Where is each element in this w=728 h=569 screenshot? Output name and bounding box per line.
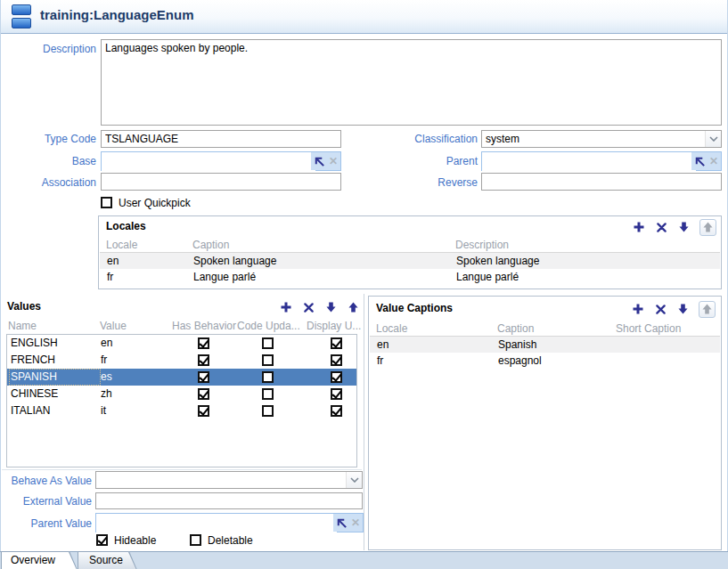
- hideable-label: Hideable: [114, 534, 156, 547]
- column-header: Caption: [497, 322, 534, 335]
- chevron-down-icon[interactable]: [705, 131, 721, 147]
- table-row[interactable]: enSpanish: [370, 337, 720, 353]
- clear-icon[interactable]: ✕: [351, 517, 360, 528]
- table-cell: espagnol: [498, 353, 542, 369]
- classification-select[interactable]: system: [481, 130, 722, 148]
- association-label: Association: [0, 176, 96, 189]
- code-updatable-checkbox[interactable]: [262, 354, 274, 366]
- table-cell: Spoken language: [193, 253, 276, 269]
- association-input[interactable]: [101, 173, 341, 191]
- value-captions-title: Value Captions: [376, 302, 453, 314]
- base-picker[interactable]: ✕: [101, 151, 341, 171]
- value-captions-group: Value Captions Locale Caption Short Capt…: [368, 296, 722, 550]
- column-header: Value: [100, 320, 127, 332]
- remove-button[interactable]: [655, 221, 667, 233]
- move-down-button[interactable]: [677, 221, 690, 233]
- move-up-button[interactable]: [699, 301, 716, 318]
- display-updatable-checkbox[interactable]: [331, 354, 342, 366]
- base-input[interactable]: [102, 152, 315, 172]
- pick-cursor-icon[interactable]: [314, 155, 326, 167]
- tab-overview[interactable]: Overview: [1, 551, 78, 569]
- column-header: Caption: [192, 239, 229, 251]
- enum-editor-window: training:LanguageEnum Description Langua…: [0, 0, 728, 569]
- display-updatable-checkbox[interactable]: [331, 388, 342, 400]
- table-cell: fr: [377, 353, 383, 369]
- chevron-down-icon[interactable]: [346, 472, 362, 488]
- locales-title: Locales: [106, 220, 146, 232]
- parent-input[interactable]: [482, 152, 696, 172]
- code-updatable-checkbox[interactable]: [262, 371, 274, 383]
- pick-cursor-icon[interactable]: [336, 516, 348, 529]
- hideable-checkbox[interactable]: [96, 534, 108, 546]
- description-field[interactable]: Languages spoken by people.: [101, 39, 722, 126]
- locales-rows: enSpoken languageSpoken languagefrLangue…: [100, 253, 720, 285]
- value-code-cell: zh: [101, 386, 112, 402]
- has-behavior-checkbox[interactable]: [198, 337, 209, 349]
- value-name-cell: CHINESE: [9, 386, 101, 402]
- editor-header: training:LanguageEnum: [1, 0, 727, 34]
- move-up-button[interactable]: [699, 219, 716, 236]
- code-updatable-checkbox[interactable]: [262, 337, 274, 349]
- table-row[interactable]: enSpoken languageSpoken language: [100, 253, 720, 269]
- display-updatable-checkbox[interactable]: [331, 337, 342, 349]
- clear-icon[interactable]: ✕: [709, 156, 718, 167]
- values-table: ENGLISHenFRENCHfrSPANISHesCHINESEzhITALI…: [6, 334, 357, 467]
- has-behavior-checkbox[interactable]: [198, 388, 209, 400]
- table-row[interactable]: frLangue parléLangue parlé: [100, 269, 720, 285]
- table-cell: Spanish: [498, 337, 536, 353]
- table-cell: Langue parlé: [456, 269, 519, 285]
- description-label: Description: [0, 43, 96, 55]
- code-updatable-checkbox[interactable]: [262, 405, 274, 417]
- has-behavior-checkbox[interactable]: [198, 405, 209, 417]
- values-row[interactable]: ENGLISHen: [7, 335, 356, 352]
- values-group-separator: [2, 469, 362, 470]
- parent-value-picker[interactable]: ✕: [95, 513, 364, 532]
- tab-overview-label: Overview: [11, 554, 55, 566]
- locales-group: Locales Locale Caption Description enSpo…: [98, 215, 722, 289]
- values-title: Values: [7, 300, 41, 313]
- display-updatable-checkbox[interactable]: [331, 405, 342, 417]
- column-header: Locale: [106, 239, 137, 251]
- pick-cursor-icon[interactable]: [694, 155, 707, 167]
- display-updatable-checkbox[interactable]: [331, 371, 342, 383]
- values-row[interactable]: ITALIANit: [7, 402, 356, 419]
- value-name-cell: FRENCH: [9, 352, 101, 369]
- reverse-label: Reverse: [356, 176, 478, 189]
- user-quickpick-checkbox[interactable]: [101, 197, 112, 208]
- behave-as-value-select[interactable]: [95, 471, 363, 489]
- type-code-input[interactable]: [101, 130, 341, 148]
- parent-picker[interactable]: ✕: [481, 151, 722, 171]
- reverse-input[interactable]: [481, 173, 722, 191]
- add-button[interactable]: [633, 221, 645, 233]
- values-row[interactable]: FRENCHfr: [7, 352, 356, 369]
- move-up-button[interactable]: [347, 301, 359, 313]
- move-down-button[interactable]: [324, 301, 337, 313]
- add-button[interactable]: [280, 301, 292, 313]
- remove-button[interactable]: [302, 301, 315, 313]
- type-code-label: Type Code: [0, 133, 96, 145]
- has-behavior-checkbox[interactable]: [198, 371, 209, 383]
- code-updatable-checkbox[interactable]: [262, 388, 274, 400]
- parent-value-input[interactable]: [96, 514, 337, 533]
- table-cell: Spoken language: [456, 253, 539, 269]
- external-value-input[interactable]: [95, 492, 363, 509]
- table-row[interactable]: frespagnol: [370, 353, 720, 369]
- page-title: training:LanguageEnum: [40, 7, 194, 22]
- move-down-button[interactable]: [676, 303, 689, 315]
- table-cell: fr: [107, 269, 113, 285]
- deletable-checkbox[interactable]: [190, 534, 201, 546]
- external-value-label: External Value: [0, 495, 92, 508]
- column-header: Has Behavior: [172, 320, 236, 332]
- enum-type-icon: [12, 4, 31, 28]
- add-button[interactable]: [632, 303, 644, 315]
- value-code-cell: en: [101, 335, 112, 352]
- tab-source[interactable]: Source: [78, 551, 137, 569]
- values-row[interactable]: CHINESEzh: [7, 386, 356, 402]
- clear-icon[interactable]: ✕: [329, 156, 338, 167]
- remove-button[interactable]: [654, 303, 667, 315]
- values-toolbar: [280, 299, 359, 315]
- has-behavior-checkbox[interactable]: [198, 354, 209, 366]
- values-row[interactable]: SPANISHes: [7, 369, 356, 386]
- user-quickpick-label: User Quickpick: [119, 197, 191, 209]
- parent-label: Parent: [356, 155, 478, 167]
